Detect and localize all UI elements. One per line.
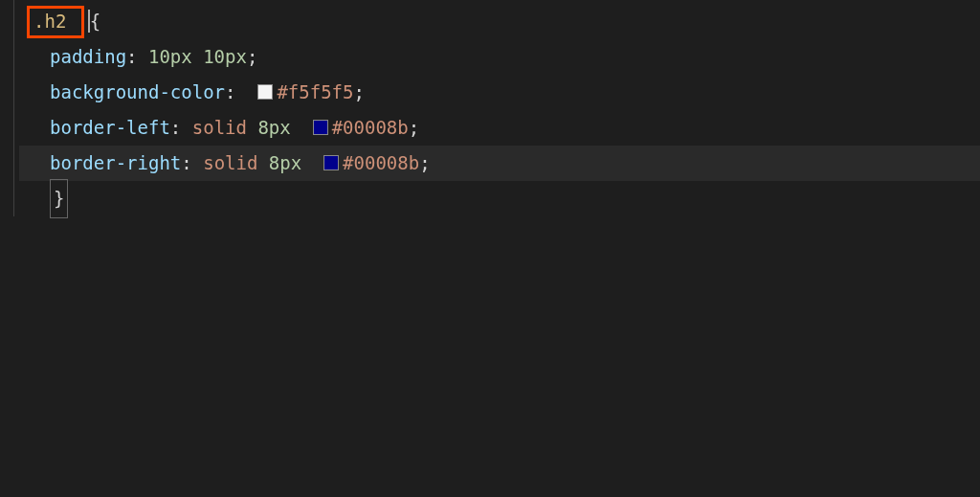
code-line-bgcolor[interactable]: background-color: #f5f5f5; (19, 75, 980, 110)
css-property: background-color (50, 75, 225, 110)
css-size: 8px (257, 110, 290, 146)
color-swatch-icon[interactable] (257, 84, 273, 100)
color-swatch-icon[interactable] (313, 120, 328, 135)
code-line-padding[interactable]: padding: 10px 10px; (19, 39, 980, 75)
css-value: #00008b (343, 146, 419, 181)
text-cursor (88, 10, 90, 33)
code-editor[interactable]: .h2 { padding: 10px 10px; background-col… (0, 0, 980, 497)
close-brace: } (50, 179, 68, 218)
gutter (0, 0, 19, 497)
css-selector: .h2 (33, 4, 66, 39)
css-size: 8px (269, 146, 301, 181)
css-keyword: solid (203, 146, 257, 181)
code-line-close[interactable]: } (19, 181, 980, 216)
css-keyword: solid (192, 110, 247, 146)
css-value: #00008b (332, 110, 409, 146)
selection-highlight-box: .h2 (27, 6, 84, 38)
css-property: border-left (50, 110, 170, 146)
css-property: border-right (50, 146, 181, 181)
code-line-selector[interactable]: .h2 { (19, 4, 980, 39)
css-value: 10px 10px (148, 39, 247, 75)
code-line-border-left[interactable]: border-left: solid 8px #00008b; (19, 110, 980, 146)
css-value: #f5f5f5 (277, 75, 353, 110)
color-swatch-icon[interactable] (323, 155, 339, 170)
code-area[interactable]: .h2 { padding: 10px 10px; background-col… (19, 0, 980, 497)
indent-guide (13, 0, 14, 216)
css-property: padding (50, 39, 126, 75)
code-line-border-right[interactable]: border-right: solid 8px #00008b; (19, 146, 980, 181)
open-brace: { (90, 4, 100, 39)
